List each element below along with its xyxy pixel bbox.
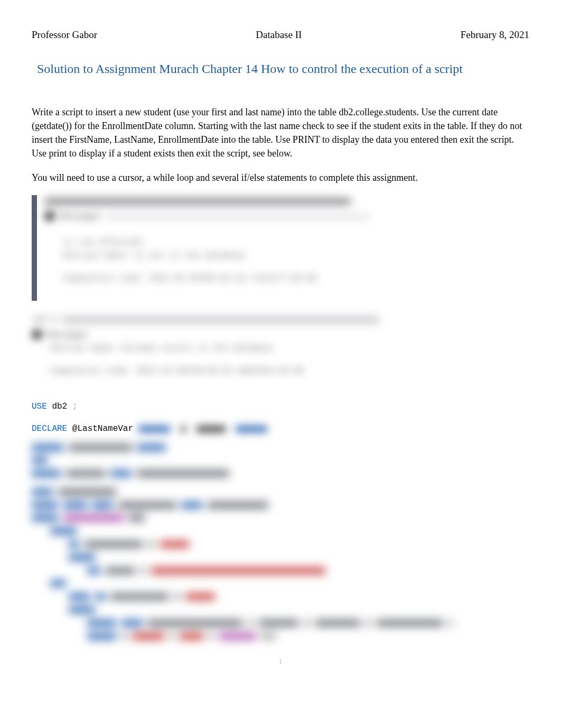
output-block-2: 100 % ⬛ Messages Peurian Gabor Already e… [32, 314, 529, 387]
semicolon: ; [72, 402, 78, 411]
header-course: Database II [256, 29, 302, 41]
instructions-paragraph-1: Write a script to insert a new student (… [32, 105, 529, 160]
code-line-use: USE db2 ; [32, 400, 529, 413]
instructions-paragraph-2: You will need to use a cursor, a while l… [32, 171, 529, 185]
keyword-use: USE [32, 402, 47, 411]
code-line-declare: DECLARE @LastNameVar [32, 422, 529, 436]
blur-line: Completion time: 2021-02-08T00:04:32.722… [44, 272, 529, 285]
output-block-1: ⬛ Messages (1 row affected) Peurian Gabo… [32, 195, 529, 301]
header-professor: Professor Gabor [32, 29, 97, 41]
code-body-blurred [32, 441, 529, 643]
page-number: 1 [32, 658, 529, 666]
header-date: February 8, 2021 [461, 29, 529, 41]
blur-line: Peurian Gabor Already exists in the data… [32, 342, 529, 355]
keyword-declare: DECLARE [32, 424, 67, 434]
blur-line: ⬛ Messages [44, 210, 529, 224]
blur-line [44, 195, 529, 208]
blur-line: ⬛ Messages [32, 329, 529, 342]
blur-line: Completion time: 2021-02-08T00:05:01.898… [32, 365, 529, 378]
document-title: Solution to Assignment Murach Chapter 14… [37, 62, 529, 76]
document-header: Professor Gabor Database II February 8, … [32, 29, 529, 41]
blur-line: 100 % [32, 314, 529, 327]
var-lastname: @LastNameVar [67, 424, 138, 434]
code-area: ⬛ Messages (1 row affected) Peurian Gabo… [32, 195, 529, 643]
blur-line: (1 row affected) [44, 236, 529, 250]
db-name: db2 [47, 402, 72, 411]
blur-line: Peurian Gabor is not in the database [44, 250, 529, 263]
